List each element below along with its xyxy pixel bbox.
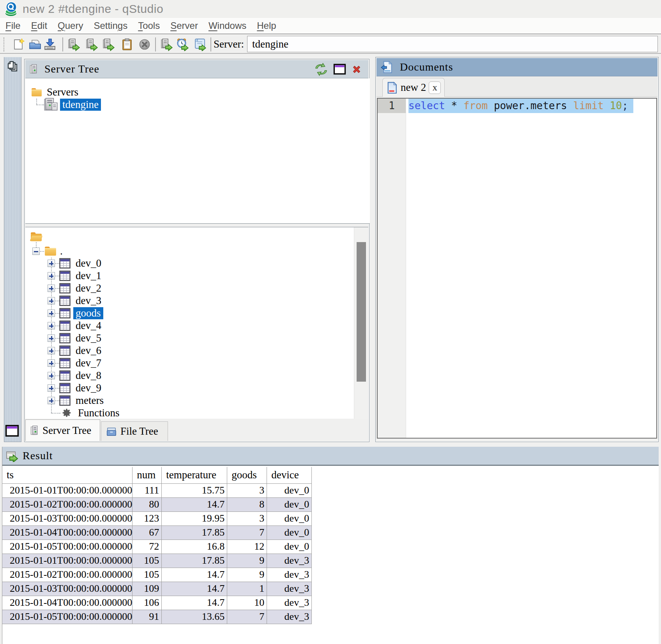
- table-row[interactable]: 2015-01-01T00:00:00.00000011115.753dev_0: [2, 483, 312, 497]
- table-icon: [59, 295, 71, 306]
- window-icon[interactable]: [5, 425, 19, 437]
- expand-icon[interactable]: [48, 310, 55, 317]
- sql-editor[interactable]: 1 select * from power.meters limit 10;: [377, 98, 657, 439]
- expand-icon[interactable]: [48, 334, 55, 342]
- table-row[interactable]: 2015-01-02T00:00:00.00000010514.79dev_3: [2, 568, 312, 582]
- expand-icon[interactable]: [48, 359, 55, 367]
- tree-item-meters-label[interactable]: meters: [73, 395, 106, 407]
- execute-line-button[interactable]: [102, 38, 115, 51]
- column-header-ts[interactable]: ts: [2, 467, 133, 483]
- refresh-tree-button[interactable]: [314, 62, 328, 76]
- scrollbar-thumb[interactable]: [357, 242, 366, 382]
- table-row[interactable]: 2015-01-03T00:00:00.00000012319.953dev_0: [2, 511, 312, 525]
- tree-item-dev_8[interactable]: dev_8: [25, 369, 104, 382]
- menu-file[interactable]: File: [5, 18, 21, 34]
- tree-item-dev_1-label[interactable]: dev_1: [73, 270, 104, 282]
- expand-icon[interactable]: [48, 372, 55, 379]
- tree-item-dev_7-label[interactable]: dev_7: [73, 357, 104, 369]
- column-header-num[interactable]: num: [133, 467, 162, 483]
- save-button[interactable]: [43, 38, 57, 51]
- menu-edit[interactable]: Edit: [31, 18, 47, 34]
- tree-item-servers[interactable]: Servers: [25, 86, 81, 98]
- expand-icon[interactable]: [48, 272, 55, 280]
- expand-icon[interactable]: [48, 322, 55, 329]
- menu-windows[interactable]: Windows: [209, 18, 246, 34]
- tab-server-tree[interactable]: Server Tree: [25, 419, 100, 441]
- tree-item-dev_2-label[interactable]: dev_2: [73, 282, 104, 294]
- expand-icon[interactable]: [48, 347, 55, 354]
- execute-query-button[interactable]: [67, 38, 80, 51]
- tree-item-functions-label[interactable]: Functions: [76, 407, 122, 419]
- menu-tools[interactable]: Tools: [138, 18, 160, 34]
- schema-tree-scrollbar[interactable]: [354, 227, 368, 419]
- column-header-device[interactable]: device: [267, 467, 312, 483]
- expand-icon[interactable]: [48, 397, 55, 404]
- tree-item-dev_4-label[interactable]: dev_4: [73, 320, 104, 332]
- tree-item-dev_6-label[interactable]: dev_6: [73, 345, 104, 357]
- table-row[interactable]: 2015-01-02T00:00:00.0000008014.78dev_0: [2, 497, 312, 511]
- code-line[interactable]: select * from power.meters limit 10;: [406, 99, 656, 113]
- send-query-button[interactable]: [160, 38, 173, 51]
- tree-splitter[interactable]: [25, 224, 368, 227]
- column-header-temperature[interactable]: temperature: [162, 467, 227, 483]
- tree-item-dev_7[interactable]: dev_7: [25, 357, 104, 369]
- tree-item-servers-label[interactable]: Servers: [44, 86, 81, 98]
- menu-help[interactable]: Help: [257, 18, 276, 34]
- tree-item-dev_6[interactable]: dev_6: [25, 344, 104, 357]
- expand-icon[interactable]: [48, 384, 55, 392]
- table-row[interactable]: 2015-01-05T00:00:00.0000009113.657dev_3: [2, 610, 312, 624]
- tree-item-dev_0[interactable]: dev_0: [25, 257, 104, 269]
- tree-item-tdengine-label[interactable]: tdengine: [60, 99, 101, 111]
- tree-item-dev_4[interactable]: dev_4: [25, 319, 104, 332]
- schema-tree: . dev_0 dev_1 dev_2 dev_3 goods dev_4 de…: [25, 227, 368, 419]
- table-row[interactable]: 2015-01-05T00:00:00.0000007216.812dev_0: [2, 540, 312, 554]
- collapse-icon[interactable]: [32, 248, 40, 255]
- tree-item-root-folder[interactable]: [25, 230, 43, 243]
- new-file-button[interactable]: [12, 38, 25, 51]
- tree-item-dot-label[interactable]: .: [58, 245, 65, 257]
- tree-item-goods[interactable]: goods: [25, 307, 103, 319]
- menu-settings[interactable]: Settings: [94, 18, 127, 34]
- table-row[interactable]: 2015-01-03T00:00:00.00000010914.71dev_3: [2, 582, 312, 596]
- menu-query[interactable]: Query: [58, 18, 83, 34]
- tree-item-dev_9-label[interactable]: dev_9: [73, 382, 104, 394]
- tree-item-dev_5-label[interactable]: dev_5: [73, 332, 104, 344]
- tab-new-2[interactable]: new 2 x: [382, 78, 445, 97]
- column-header-goods[interactable]: goods: [227, 467, 267, 483]
- table-icon: [59, 283, 71, 294]
- close-tab-button[interactable]: x: [429, 81, 441, 94]
- table-row[interactable]: 2015-01-01T00:00:00.00000010517.859dev_3: [2, 554, 312, 568]
- expand-icon[interactable]: [48, 297, 55, 304]
- tree-item-dev_3-label[interactable]: dev_3: [73, 295, 104, 307]
- stop-query-button[interactable]: [138, 38, 151, 51]
- tree-item-dev_9[interactable]: dev_9: [25, 382, 104, 394]
- table-row[interactable]: 2015-01-04T00:00:00.0000006717.857dev_0: [2, 525, 312, 540]
- editor-code-area[interactable]: select * from power.meters limit 10;: [406, 99, 656, 438]
- expand-icon[interactable]: [48, 260, 55, 267]
- float-panel-button[interactable]: [333, 64, 346, 75]
- tree-item-dot[interactable]: .: [25, 245, 65, 257]
- documents-stack-icon[interactable]: [7, 61, 19, 73]
- paste-button[interactable]: [120, 38, 134, 51]
- server-input[interactable]: [247, 36, 658, 52]
- run-file-button[interactable]: [193, 38, 207, 51]
- refresh-query-button[interactable]: [176, 38, 189, 51]
- expand-icon[interactable]: [48, 285, 55, 292]
- tree-item-functions[interactable]: Functions: [25, 407, 122, 419]
- close-panel-button[interactable]: [351, 64, 362, 75]
- execute-current-statement-button[interactable]: [85, 38, 98, 51]
- tree-item-dev_0-label[interactable]: dev_0: [73, 257, 104, 269]
- open-file-button[interactable]: [28, 38, 42, 51]
- toolbar-grip: [4, 37, 4, 51]
- tree-item-dev_1[interactable]: dev_1: [25, 269, 104, 282]
- tree-item-goods-label[interactable]: goods: [73, 307, 103, 319]
- tree-item-dev_3[interactable]: dev_3: [25, 294, 104, 307]
- tree-item-dev_8-label[interactable]: dev_8: [73, 370, 104, 382]
- tree-item-meters[interactable]: meters: [25, 394, 106, 407]
- tree-item-dev_5[interactable]: dev_5: [25, 332, 104, 344]
- tree-item-tdengine[interactable]: tdengine: [25, 98, 101, 111]
- table-row[interactable]: 2015-01-04T00:00:00.00000010614.710dev_3: [2, 596, 312, 610]
- tab-file-tree[interactable]: File Tree: [101, 421, 168, 441]
- menu-server[interactable]: Server: [170, 18, 198, 34]
- tree-item-dev_2[interactable]: dev_2: [25, 282, 104, 294]
